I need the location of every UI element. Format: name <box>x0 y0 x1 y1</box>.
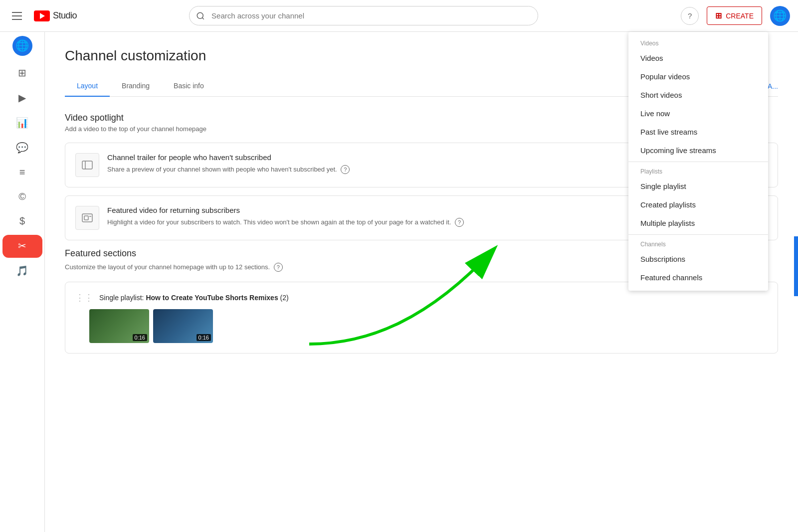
hamburger-menu-button[interactable] <box>8 8 26 24</box>
sidebar-item-audio[interactable]: 🎵 <box>2 260 42 283</box>
search-icon <box>196 11 205 20</box>
dropdown-item-live-now[interactable]: Live now <box>628 104 768 123</box>
videos-section-label: Videos <box>628 36 768 49</box>
svg-point-0 <box>197 12 203 18</box>
dropdown-item-featured-channels[interactable]: Featured channels <box>628 268 768 287</box>
sidebar: 🌐 ⊞ ▶ 📊 💬 ≡ © $ ✂ 🎵 <box>0 32 45 532</box>
playlist-count: (2) <box>280 294 289 302</box>
svg-rect-4 <box>82 214 92 222</box>
earn-icon: $ <box>19 215 25 227</box>
help-button[interactable]: ? <box>681 7 699 25</box>
comments-icon: 💬 <box>16 142 28 154</box>
playlists-section-label: Playlists <box>628 164 768 177</box>
dropdown-item-past-live-streams[interactable]: Past live streams <box>628 123 768 141</box>
playlist-title-row: ⋮⋮ Single playlist: How to Create YouTub… <box>75 292 768 303</box>
sidebar-item-dashboard[interactable]: ⊞ <box>2 62 42 85</box>
dropdown-divider-1 <box>628 162 768 162</box>
sidebar-item-copyright[interactable]: © <box>2 186 42 208</box>
channels-section-label: Channels <box>628 237 768 250</box>
subtitles-icon: ≡ <box>19 167 25 178</box>
sidebar-item-comments[interactable]: 💬 <box>2 137 42 160</box>
avatar[interactable]: 🌐 <box>770 6 790 26</box>
sidebar-item-content[interactable]: ▶ <box>2 87 42 110</box>
sidebar-item-customize[interactable]: ✂ <box>2 235 42 258</box>
header-right: ? ⊞ CREATE 🌐 <box>681 6 790 26</box>
sidebar-item-analytics[interactable]: 📊 <box>2 112 42 135</box>
sidebar-item-subtitles[interactable]: ≡ <box>2 162 42 184</box>
search-wrapper <box>189 6 538 25</box>
dropdown-item-upcoming-live-streams[interactable]: Upcoming live streams <box>628 141 768 160</box>
studio-logo-text: Studio <box>53 10 77 21</box>
tab-branding[interactable]: Branding <box>110 76 162 97</box>
thumbnail-2: 0:16 <box>153 309 213 343</box>
help-icon: ? <box>688 11 692 20</box>
sidebar-item-earn[interactable]: $ <box>2 210 42 233</box>
youtube-logo-icon <box>34 10 50 21</box>
dropdown-item-short-videos[interactable]: Short videos <box>628 86 768 104</box>
svg-rect-2 <box>82 161 92 169</box>
dropdown-item-single-playlist[interactable]: Single playlist <box>628 177 768 195</box>
playlist-card: ⋮⋮ Single playlist: How to Create YouTub… <box>65 282 778 354</box>
channel-trailer-help-icon[interactable]: ? <box>341 165 350 174</box>
logo-area: Studio <box>34 10 77 21</box>
tab-basic-info[interactable]: Basic info <box>162 76 216 97</box>
search-bar <box>189 6 538 25</box>
content-icon: ▶ <box>18 92 26 104</box>
sidebar-channel-avatar[interactable]: 🌐 <box>12 36 32 56</box>
thumbnail-1: 0:16 <box>89 309 149 343</box>
thumbnail-1-duration: 0:16 <box>133 334 147 341</box>
dropdown-item-videos[interactable]: Videos <box>628 49 768 67</box>
svg-rect-5 <box>84 216 88 220</box>
drag-handle-icon[interactable]: ⋮⋮ <box>75 292 93 303</box>
thumbnails-row: 0:16 0:16 <box>89 309 768 343</box>
tab-layout[interactable]: Layout <box>65 76 110 97</box>
dropdown-item-popular-videos[interactable]: Popular videos <box>628 67 768 86</box>
copyright-icon: © <box>18 191 26 202</box>
audio-icon: 🎵 <box>16 265 28 277</box>
playlist-title: How to Create YouTube Shorts Remixes <box>146 294 278 302</box>
create-button[interactable]: ⊞ CREATE <box>707 6 762 25</box>
dropdown-item-subscriptions[interactable]: Subscriptions <box>628 250 768 268</box>
channel-trailer-icon <box>75 153 99 177</box>
dropdown-item-multiple-playlists[interactable]: Multiple playlists <box>628 214 768 232</box>
create-plus-icon: ⊞ <box>715 11 722 20</box>
blue-accent-bar <box>794 236 798 296</box>
analytics-icon: 📊 <box>16 117 28 129</box>
header: Studio ? ⊞ CREATE 🌐 <box>0 0 798 32</box>
customize-icon: ✂ <box>18 240 26 252</box>
featured-sections-title: Featured sections <box>65 248 136 259</box>
youtube-logo <box>34 10 50 21</box>
svg-line-1 <box>202 17 204 19</box>
playlist-name: Single playlist: How to Create YouTube S… <box>99 294 289 302</box>
dropdown-menu: Videos Videos Popular videos Short video… <box>628 32 768 291</box>
featured-video-icon <box>75 206 99 230</box>
header-left: Studio <box>8 8 118 24</box>
search-input[interactable] <box>189 6 538 25</box>
playlist-prefix: Single playlist: <box>99 294 144 302</box>
dropdown-divider-2 <box>628 234 768 235</box>
featured-video-help-icon[interactable]: ? <box>455 218 464 227</box>
thumbnail-2-duration: 0:16 <box>197 334 211 341</box>
dashboard-icon: ⊞ <box>18 67 26 79</box>
dropdown-item-created-playlists[interactable]: Created playlists <box>628 195 768 214</box>
create-label: CREATE <box>726 12 754 20</box>
featured-sections-help-icon[interactable]: ? <box>274 263 283 272</box>
